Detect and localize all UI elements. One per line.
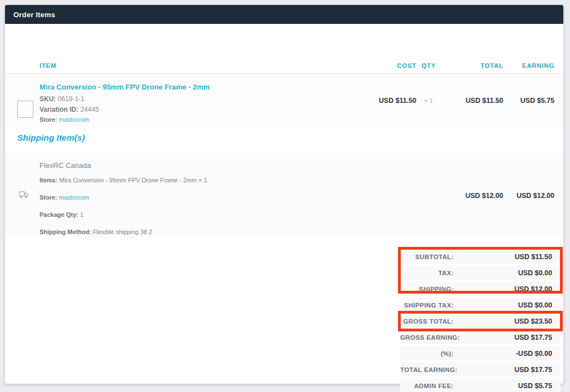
column-header-cost: COST bbox=[361, 62, 416, 69]
totals-row-tax: TAX: USD $0.00 bbox=[400, 266, 561, 280]
shipping-store: Store: mastrocom bbox=[40, 194, 361, 201]
totals-row-total-earning: TOTAL EARNING: USD $17.75 bbox=[400, 363, 561, 376]
shipping-store-link[interactable]: mastrocom bbox=[59, 194, 89, 201]
panel-title: Order Items bbox=[13, 11, 55, 19]
shipping-items-heading: Shipping Item(s) bbox=[17, 133, 85, 143]
order-totals: SUBTOTAL: USD $11.50 TAX: USD $0.00 SHIP… bbox=[400, 250, 561, 392]
items-table-header: ITEM COST QTY TOTAL EARNING bbox=[5, 57, 563, 74]
column-header-total: TOTAL bbox=[441, 62, 503, 69]
item-sku: SKU: 0619-1-1 bbox=[40, 95, 361, 103]
item-qty-value: × 1 bbox=[416, 97, 441, 104]
order-items-panel: Order Items ITEM COST QTY TOTAL EARNING … bbox=[4, 4, 564, 384]
totals-row-gross-total: GROSS TOTAL: USD $23.50 bbox=[400, 314, 561, 328]
order-item-row: Mira Conversion - 95mm FPV Drone Frame -… bbox=[5, 74, 563, 127]
totals-row-percent: (%): -USD $0.00 bbox=[400, 346, 561, 360]
product-thumbnail bbox=[17, 101, 33, 118]
store-link[interactable]: mastrocom bbox=[59, 116, 89, 123]
shipping-items: Items: Mira Conversion - 95mm FPV Drone … bbox=[40, 177, 361, 183]
truck-icon bbox=[19, 191, 28, 201]
panel-header: Order Items bbox=[5, 5, 563, 24]
shipping-method: Shipping Method: Flexible shipping 38 2 bbox=[40, 229, 361, 235]
column-header-earning: EARNING bbox=[503, 62, 554, 69]
item-store: Store: mastrocom bbox=[40, 116, 361, 123]
shipping-carrier: FlexRC Canada bbox=[40, 161, 361, 170]
column-header-item: ITEM bbox=[40, 62, 361, 69]
shipping-package-qty: Package Qty: 1 bbox=[40, 211, 361, 218]
item-total-value: USD $11.50 bbox=[441, 97, 503, 105]
totals-row-shipping-tax: SHIPPING TAX: USD $0.00 bbox=[400, 298, 561, 312]
item-earning-value: USD $5.75 bbox=[503, 97, 554, 105]
item-variation-id: Variation ID: 24445 bbox=[40, 106, 361, 113]
totals-row-gross-earning: GROSS EARNING: USD $17.75 bbox=[400, 330, 561, 344]
shipping-item-row: FlexRC Canada Items: Mira Conversion - 9… bbox=[5, 153, 563, 238]
totals-row-admin-fee: ADMIN FEE: USD $5.75 bbox=[400, 379, 561, 392]
column-header-qty: QTY bbox=[416, 62, 441, 69]
totals-row-subtotal: SUBTOTAL: USD $11.50 bbox=[400, 250, 561, 264]
item-cost-value: USD $11.50 bbox=[361, 97, 416, 105]
shipping-earning-value: USD $12.00 bbox=[503, 192, 554, 200]
shipping-total-value: USD $12.00 bbox=[441, 192, 503, 200]
panel-content: ITEM COST QTY TOTAL EARNING Mira Convers… bbox=[5, 24, 563, 385]
totals-row-shipping: SHIPPING: USD $12.00 bbox=[400, 282, 561, 296]
product-name-link[interactable]: Mira Conversion - 95mm FPV Drone Frame -… bbox=[40, 83, 210, 91]
